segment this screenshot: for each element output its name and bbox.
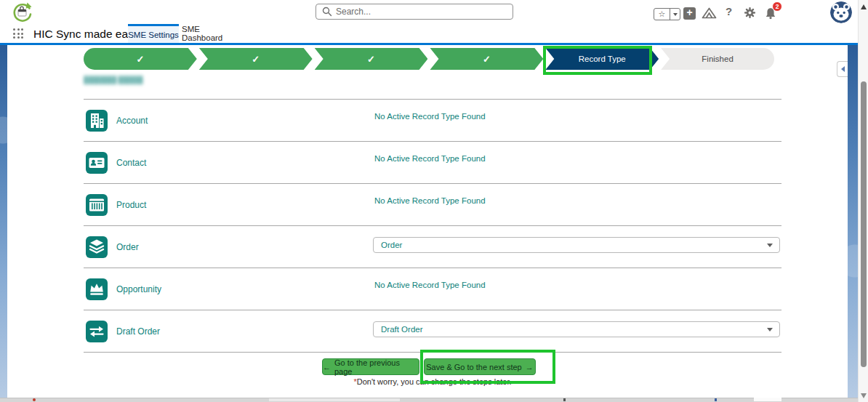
taskbar-segment [269, 398, 400, 401]
tab-sme-dashboard[interactable]: SME Dashboard [182, 24, 237, 43]
gear-icon[interactable] [744, 7, 756, 19]
object-label: Product [116, 184, 146, 226]
search-icon [322, 7, 332, 17]
chevron-down-icon [767, 328, 773, 331]
draft-order-record-type-select[interactable]: Draft Order [373, 321, 780, 337]
step-record-type[interactable]: Record Type [545, 48, 659, 70]
taskbar-dot [33, 398, 36, 401]
order-record-type-select[interactable]: Order [373, 237, 780, 253]
check-icon: ✓ [136, 54, 144, 65]
object-label: Opportunity [116, 268, 161, 310]
check-icon: ✓ [252, 54, 260, 65]
previous-page-button[interactable]: ← Go to the previous page [322, 358, 419, 375]
order-icon [86, 236, 108, 258]
chevron-down-icon [767, 244, 773, 247]
taskbar-segment [754, 398, 781, 401]
footnote-text: Don't worry, you can change the steps la… [357, 377, 512, 386]
step-3-complete[interactable]: ✓ [315, 48, 428, 70]
step-finished[interactable]: Finished [661, 48, 774, 70]
user-avatar[interactable] [830, 1, 852, 23]
object-label: Draft Order [116, 310, 160, 353]
check-icon: ✓ [367, 54, 375, 65]
setup-progress-stepper: ✓ ✓ ✓ ✓ Record Type Finished [84, 48, 774, 70]
global-header: ☆ + ? 2 [0, 0, 858, 43]
taskbar-dot [563, 398, 566, 401]
footer-divider [84, 352, 781, 353]
favorites-button[interactable]: ☆ [654, 8, 680, 20]
step-2-complete[interactable]: ✓ [199, 48, 313, 70]
taskbar-sliver [0, 398, 858, 402]
redacted-section-heading: ████████ ██████ [84, 76, 143, 84]
object-label: Account [116, 100, 148, 142]
trailhead-icon[interactable] [702, 7, 717, 20]
draft-order-icon [86, 321, 108, 342]
search-input[interactable] [336, 7, 513, 17]
previous-page-label: Go to the previous page [334, 358, 419, 376]
step-4-complete[interactable]: ✓ [430, 48, 543, 70]
opportunity-icon [86, 278, 108, 300]
taskbar-dot [715, 398, 717, 401]
select-value: Order [374, 241, 767, 249]
app-logo-icon [11, 1, 33, 23]
left-arrow-icon: ← [323, 363, 331, 371]
record-row-opportunity: Opportunity No Active Record Type Found [84, 268, 781, 310]
check-icon: ✓ [483, 54, 491, 65]
contact-icon [86, 152, 108, 174]
record-row-product: Product No Active Record Type Found [84, 183, 781, 225]
right-arrow-icon: → [526, 363, 534, 371]
vertical-scrollbar[interactable] [858, 0, 868, 402]
global-search[interactable] [316, 4, 513, 20]
status-text: No Active Record Type Found [374, 151, 486, 166]
side-panel-toggle-button[interactable] [837, 61, 848, 77]
record-type-settings-card: ✓ ✓ ✓ ✓ Record Type Finished ████████ ██… [7, 45, 848, 398]
account-icon [86, 110, 108, 132]
step-1-complete[interactable]: ✓ [84, 48, 197, 70]
scroll-up-arrow[interactable] [861, 4, 867, 9]
scrollbar-thumb[interactable] [861, 81, 867, 367]
save-next-label: Save & Go to the next step [426, 363, 521, 371]
status-text: No Active Record Type Found [374, 109, 486, 124]
chevron-left-icon [841, 66, 845, 72]
object-label: Order [116, 226, 139, 268]
record-row-draft-order: Draft Order Draft Order [84, 310, 781, 352]
record-row-order: Order Order [84, 225, 781, 268]
favorites-dropdown-button[interactable] [670, 13, 680, 16]
status-text: No Active Record Type Found [374, 193, 486, 208]
star-icon: ☆ [654, 9, 670, 20]
product-icon [86, 194, 108, 216]
scroll-down-arrow[interactable] [861, 393, 867, 398]
global-actions-button[interactable]: + [683, 7, 696, 20]
footnote: *Don't worry, you can change the steps l… [84, 377, 781, 386]
record-row-contact: Contact No Active Record Type Found [84, 141, 781, 183]
app-launcher-icon[interactable] [13, 28, 25, 40]
save-next-step-button[interactable]: Save & Go to the next step → [424, 358, 536, 375]
salesforce-app-window: ☆ + ? 2 [0, 0, 868, 402]
help-icon[interactable]: ? [726, 5, 732, 17]
object-label: Contact [116, 142, 146, 184]
tab-sme-settings[interactable]: SME Settings [128, 24, 179, 43]
app-name: HIC Sync made easy [33, 26, 140, 42]
status-text: No Active Record Type Found [374, 278, 486, 292]
notification-count-badge: 2 [772, 1, 782, 12]
select-value: Draft Order [374, 325, 767, 334]
record-row-account: Account No Active Record Type Found [84, 99, 781, 141]
